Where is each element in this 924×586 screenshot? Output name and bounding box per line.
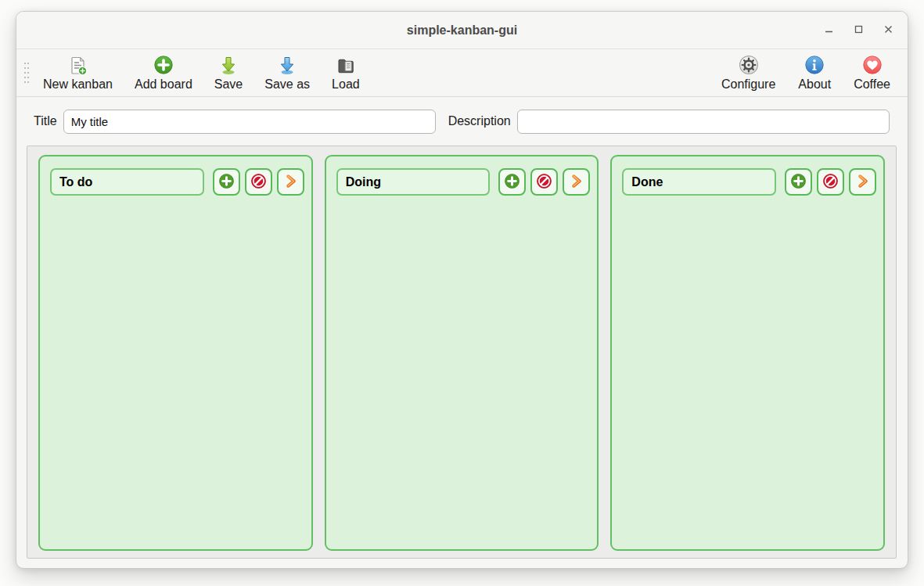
board-doing <box>325 155 599 551</box>
window-title: simple-kanban-gui <box>407 23 517 38</box>
save-as-blue-arrow-icon <box>277 55 297 76</box>
block-icon <box>822 173 839 192</box>
title-input[interactable] <box>63 110 436 134</box>
toolbar-drag-handle[interactable] <box>23 61 30 84</box>
save-as-label: Save as <box>264 77 310 92</box>
move-board-button[interactable] <box>563 168 590 196</box>
add-card-button[interactable] <box>785 168 812 196</box>
coffee-button[interactable]: Coffee <box>847 52 897 94</box>
folder-icon <box>336 55 356 76</box>
add-board-button[interactable]: Add board <box>128 52 199 94</box>
new-kanban-label: New kanban <box>43 77 113 92</box>
remove-board-button[interactable] <box>817 168 844 196</box>
heart-icon <box>862 55 883 76</box>
add-card-button[interactable] <box>213 168 240 196</box>
save-button[interactable]: Save <box>208 52 249 94</box>
block-icon <box>536 173 552 192</box>
close-icon <box>883 24 893 37</box>
board-header <box>622 168 876 196</box>
maximize-icon <box>854 24 864 37</box>
plus-circle-icon <box>218 173 235 192</box>
maximize-button[interactable] <box>853 25 864 36</box>
load-label: Load <box>332 77 360 92</box>
remove-board-button[interactable] <box>530 168 558 196</box>
toolbar-left-group: New kanban Add board S <box>37 52 366 94</box>
close-button[interactable] <box>883 25 893 36</box>
app-window: simple-kanban-gui <box>16 11 908 569</box>
board-name-input[interactable] <box>622 168 776 196</box>
add-card-button[interactable] <box>498 168 526 196</box>
board-name-input[interactable] <box>336 168 491 196</box>
description-label: Description <box>448 114 511 128</box>
plus-circle-icon <box>790 173 807 192</box>
coffee-label: Coffee <box>854 77 890 92</box>
document-plus-icon <box>67 55 88 76</box>
titlebar[interactable]: simple-kanban-gui <box>16 12 908 49</box>
info-icon <box>804 55 825 76</box>
chevron-right-icon <box>568 173 584 192</box>
save-green-arrow-icon <box>218 55 239 76</box>
about-button[interactable]: About <box>792 52 837 94</box>
about-label: About <box>798 77 831 92</box>
board-card-area[interactable] <box>622 196 876 538</box>
board-done <box>610 155 885 551</box>
save-label: Save <box>214 77 243 92</box>
description-input[interactable] <box>517 110 890 134</box>
kanban-meta-row: Title Description <box>16 97 908 146</box>
save-as-button[interactable]: Save as <box>258 52 316 94</box>
block-icon <box>250 173 267 192</box>
minimize-icon <box>824 24 834 37</box>
configure-button[interactable]: Configure <box>715 52 782 94</box>
plus-circle-icon <box>153 55 174 76</box>
board-header <box>50 168 304 196</box>
chevron-right-icon <box>282 173 299 192</box>
board-card-area[interactable] <box>336 196 591 538</box>
minimize-button[interactable] <box>823 25 834 36</box>
move-board-button[interactable] <box>849 168 876 196</box>
plus-circle-icon <box>504 173 520 192</box>
toolbar: New kanban Add board S <box>16 49 908 97</box>
add-board-label: Add board <box>135 77 192 92</box>
remove-board-button[interactable] <box>245 168 272 196</box>
toolbar-right-group: Configure About <box>715 52 897 94</box>
load-button[interactable]: Load <box>325 52 366 94</box>
gear-icon <box>739 55 759 76</box>
board-name-input[interactable] <box>50 168 204 196</box>
chevron-right-icon <box>854 173 871 192</box>
new-kanban-button[interactable]: New kanban <box>37 52 119 94</box>
board-card-area[interactable] <box>50 196 304 538</box>
boards-container <box>27 146 897 559</box>
move-board-button[interactable] <box>277 168 304 196</box>
configure-label: Configure <box>721 77 775 92</box>
board-todo <box>38 155 313 551</box>
board-header <box>336 168 591 196</box>
title-label: Title <box>34 114 57 128</box>
window-controls <box>823 12 893 49</box>
